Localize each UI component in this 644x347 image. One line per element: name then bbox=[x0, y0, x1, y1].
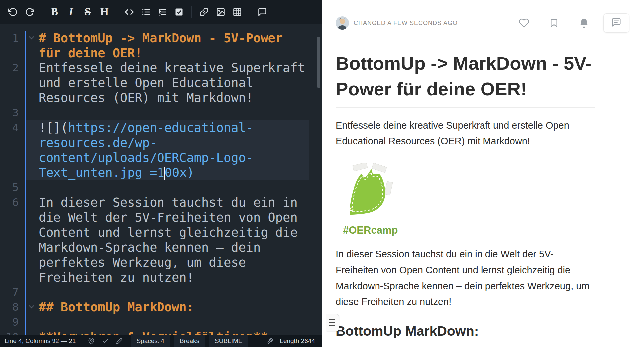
check-icon[interactable] bbox=[98, 335, 112, 347]
oercamp-logo-image: ✂ #OERcamp bbox=[336, 163, 415, 236]
pen-icon[interactable] bbox=[112, 335, 126, 347]
image-url: 00x) bbox=[165, 166, 194, 180]
line-text: # BottomUp -> MarkDown - 5V-Power für de… bbox=[39, 31, 290, 60]
image-url: https://open-educational-resources.de/wp… bbox=[39, 121, 253, 180]
heading-icon: H bbox=[100, 6, 109, 17]
editor-line: 9 bbox=[0, 315, 322, 330]
editor-line: 2 Entfessele deine kreative Superkraft u… bbox=[0, 60, 322, 105]
redo-button[interactable] bbox=[21, 4, 38, 20]
editor-line: 8 ## BottomUp MarkDown: bbox=[0, 300, 322, 315]
ordered-list-icon bbox=[158, 7, 167, 17]
redo-icon bbox=[25, 7, 34, 17]
undo-icon bbox=[8, 7, 18, 17]
logo-caption: #OERcamp bbox=[343, 224, 415, 236]
comment-bubble-icon bbox=[611, 17, 621, 29]
editor-pane: B I S H 1 # bbox=[0, 0, 322, 347]
line-number: 9 bbox=[0, 315, 25, 330]
link-button[interactable] bbox=[196, 4, 212, 20]
italic-icon: I bbox=[69, 6, 73, 17]
strikethrough-icon: S bbox=[85, 6, 91, 17]
wrench-icon[interactable] bbox=[263, 335, 277, 347]
editor-line: 7 bbox=[0, 285, 322, 300]
toolbar-separator bbox=[250, 6, 250, 18]
editor-line: 1 # BottomUp -> MarkDown - 5V-Power für … bbox=[0, 31, 322, 60]
menu-handle[interactable] bbox=[326, 314, 339, 331]
table-button[interactable] bbox=[229, 4, 246, 20]
section-heading: BottomUp MarkDown: bbox=[336, 323, 595, 343]
line-number: 6 bbox=[0, 195, 25, 285]
bullet-list-icon bbox=[141, 7, 151, 17]
line-number: 5 bbox=[0, 180, 25, 195]
bold-button[interactable]: B bbox=[46, 4, 63, 20]
editor-status-bar: Line 4, Columns 92 — 21 Spaces: 4 Breaks… bbox=[0, 335, 322, 347]
preview-header: CHANGED A FEW SECONDS AGO bbox=[326, 0, 644, 39]
bookmark-icon[interactable] bbox=[548, 17, 560, 29]
fold-chevron-icon[interactable] bbox=[29, 303, 34, 309]
line-number: 8 bbox=[0, 300, 25, 315]
line-text: In dieser Session tauchst du ein in die … bbox=[39, 195, 305, 285]
preview-actions bbox=[500, 13, 629, 33]
editor-line-active: 4 ![](https://open-educational-resources… bbox=[0, 120, 322, 180]
link-icon bbox=[199, 7, 209, 17]
bold-icon: B bbox=[51, 6, 58, 17]
rendered-document: BottomUp -> MarkDown - 5V-Power für dein… bbox=[326, 51, 595, 343]
menu-handle-icon bbox=[329, 325, 335, 326]
line-number: 1 bbox=[0, 31, 25, 60]
menu-handle-icon bbox=[329, 319, 335, 320]
breaks-toggle[interactable]: Breaks bbox=[174, 335, 205, 347]
line-text: ## BottomUp MarkDown: bbox=[39, 300, 194, 314]
code-editor[interactable]: 1 # BottomUp -> MarkDown - 5V-Power für … bbox=[0, 24, 322, 335]
paragraph: Entfessele deine kreative Superkraft und… bbox=[336, 118, 595, 150]
keymap-toggle[interactable]: SUBLIME bbox=[209, 335, 248, 347]
toolbar-separator bbox=[191, 6, 192, 18]
cursor-position: Line 4, Columns 92 — 21 bbox=[5, 337, 84, 345]
comment-button[interactable] bbox=[254, 4, 270, 20]
paragraph: In dieser Session tauchst du ein in die … bbox=[336, 246, 595, 310]
last-changed-label: CHANGED A FEW SECONDS AGO bbox=[354, 20, 458, 27]
toolbar-separator bbox=[42, 6, 42, 18]
image-button[interactable] bbox=[212, 4, 229, 20]
line-number: 2 bbox=[0, 60, 25, 105]
pin-icon[interactable] bbox=[84, 335, 98, 347]
line-number: 10 bbox=[0, 330, 25, 335]
strikethrough-button[interactable]: S bbox=[79, 4, 96, 20]
editor-toolbar: B I S H bbox=[0, 0, 322, 24]
table-icon bbox=[233, 7, 242, 17]
editor-line: 5 bbox=[0, 180, 322, 195]
line-text: **Verwahren & Vervielfältigen** bbox=[39, 330, 268, 335]
bell-icon[interactable] bbox=[578, 17, 590, 29]
code-icon bbox=[124, 7, 134, 17]
line-number: 4 bbox=[0, 120, 25, 180]
image-markdown-prefix: ![]( bbox=[39, 121, 68, 135]
bullet-list-button[interactable] bbox=[138, 4, 154, 20]
avatar[interactable] bbox=[336, 16, 349, 30]
editor-line: 10 **Verwahren & Vervielfältigen** bbox=[0, 330, 322, 335]
checklist-button[interactable] bbox=[171, 4, 187, 20]
document-length: Length 2644 bbox=[277, 337, 318, 345]
editor-scrollbar[interactable] bbox=[317, 37, 320, 88]
comment-icon bbox=[258, 7, 267, 17]
line-text: Entfessele deine kreative Superkraft und… bbox=[39, 61, 312, 105]
editor-line: 3 bbox=[0, 105, 322, 120]
fold-chevron-icon[interactable] bbox=[29, 34, 34, 40]
undo-button[interactable] bbox=[5, 4, 21, 20]
logo-flame-graphic: ✂ bbox=[336, 163, 402, 223]
open-comments-button[interactable] bbox=[603, 13, 629, 33]
heart-icon[interactable] bbox=[518, 17, 530, 29]
heading-button[interactable]: H bbox=[96, 4, 113, 20]
preview-pane: CHANGED A FEW SECONDS AGO BottomUp -> Ma… bbox=[326, 0, 644, 347]
checkbox-icon bbox=[174, 7, 184, 17]
line-number: 7 bbox=[0, 285, 25, 300]
document-title: BottomUp -> MarkDown - 5V-Power für dein… bbox=[336, 51, 595, 108]
spaces-toggle[interactable]: Spaces: 4 bbox=[131, 335, 170, 347]
code-button[interactable] bbox=[121, 4, 138, 20]
editor-line: 6 In dieser Session tauchst du ein in di… bbox=[0, 195, 322, 285]
menu-handle-icon bbox=[329, 322, 335, 323]
image-icon bbox=[216, 7, 225, 17]
italic-button[interactable]: I bbox=[63, 4, 79, 20]
line-number: 3 bbox=[0, 105, 25, 120]
toolbar-separator bbox=[117, 6, 117, 18]
ordered-list-button[interactable] bbox=[154, 4, 171, 20]
